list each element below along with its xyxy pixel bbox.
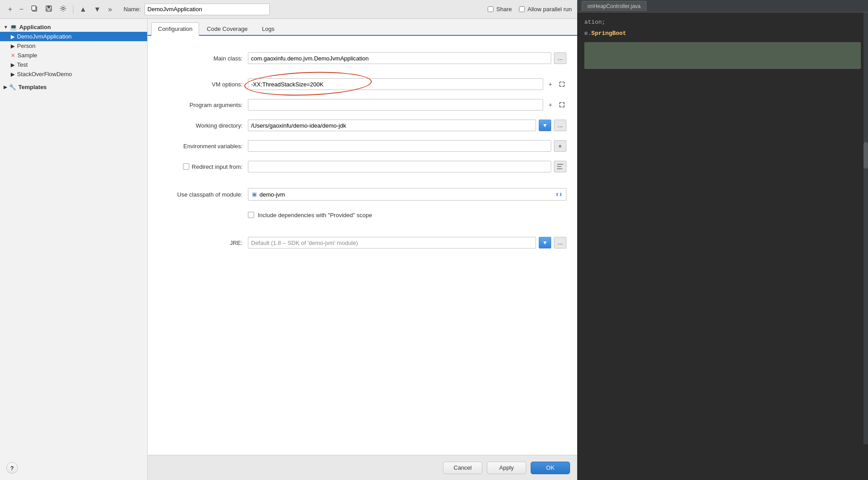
program-args-field: + bbox=[248, 99, 566, 111]
apply-button[interactable]: Apply bbox=[487, 462, 526, 474]
save-button[interactable] bbox=[43, 3, 55, 16]
classpath-row: Use classpath of module: ▣ demo-jvm ⬆⬇ bbox=[158, 188, 566, 201]
help-button[interactable]: ? bbox=[6, 462, 18, 474]
footer: Cancel Apply OK bbox=[148, 455, 577, 480]
program-args-input[interactable] bbox=[248, 99, 543, 111]
sidebar-item-test[interactable]: ▶ Test bbox=[0, 60, 147, 69]
sidebar-item-demojvmapplication[interactable]: ▶ DemoJvmApplication bbox=[0, 32, 147, 41]
code-editor-panel: onHeapController.java ation; e.SpringBoo… bbox=[577, 0, 868, 480]
include-deps-label: Include dependencies with "Provided" sco… bbox=[258, 212, 372, 219]
working-dir-input[interactable] bbox=[248, 120, 536, 131]
jre-browse-button[interactable]: … bbox=[554, 237, 566, 249]
sidebar-item-person[interactable]: ▶ Person bbox=[0, 41, 147, 51]
env-vars-label: Environment variables: bbox=[158, 143, 248, 150]
remove-button[interactable]: − bbox=[17, 4, 26, 15]
toolbar-separator-1 bbox=[73, 5, 73, 14]
program-args-label: Program arguments: bbox=[158, 102, 248, 108]
code-editor-tab[interactable]: onHeapController.java bbox=[582, 1, 647, 11]
svg-rect-7 bbox=[557, 166, 562, 167]
chevron-right-icon: ▶ bbox=[4, 85, 7, 90]
jre-input[interactable] bbox=[248, 237, 536, 249]
main-panel: Configuration Code Coverage Logs Main cl… bbox=[148, 19, 577, 480]
jre-field: ▼ … bbox=[248, 237, 566, 249]
working-dir-browse-button[interactable]: … bbox=[554, 120, 566, 131]
sidebar-section-templates[interactable]: ▶ 🔧 Templates bbox=[0, 82, 147, 92]
code-editor-header: onHeapController.java bbox=[577, 0, 868, 13]
sidebar: ▼ 💻 Application ▶ DemoJvmApplication ▶ P… bbox=[0, 19, 148, 480]
classpath-module-dropdown[interactable]: ▣ demo-jvm ⬆⬇ bbox=[248, 188, 566, 201]
include-deps-row: Include dependencies with "Provided" sco… bbox=[158, 209, 566, 221]
vm-options-label: VM options: bbox=[158, 81, 248, 88]
add-button[interactable]: + bbox=[5, 4, 15, 15]
code-line-1: ation; bbox=[584, 18, 861, 27]
working-dir-dropdown-button[interactable]: ▼ bbox=[539, 120, 551, 131]
tab-configuration[interactable]: Configuration bbox=[151, 22, 199, 36]
code-editor-content: ation; e.SpringBoot bbox=[577, 13, 868, 74]
allow-parallel-label[interactable]: Allow parallel run bbox=[519, 6, 572, 13]
ok-button[interactable]: OK bbox=[531, 462, 570, 474]
vm-options-input[interactable] bbox=[248, 78, 543, 90]
run-config-icon-stackoverflow: ▶ bbox=[11, 71, 15, 77]
share-checkbox[interactable] bbox=[488, 6, 494, 12]
settings-button[interactable] bbox=[57, 3, 69, 16]
jre-label: JRE: bbox=[158, 240, 248, 246]
jre-row: JRE: ▼ … bbox=[158, 236, 566, 249]
env-vars-input[interactable] bbox=[248, 140, 551, 152]
name-input[interactable] bbox=[145, 4, 270, 15]
tab-logs[interactable]: Logs bbox=[255, 22, 281, 36]
wrench-icon: 🔧 bbox=[9, 84, 16, 90]
sidebar-item-stackoverflow[interactable]: ▶ StackOverFlowDemo bbox=[0, 69, 147, 79]
module-dropdown-arrows: ⬆⬇ bbox=[555, 192, 562, 197]
include-deps-field: Include dependencies with "Provided" sco… bbox=[248, 212, 372, 219]
redirect-browse-button[interactable] bbox=[554, 161, 566, 172]
svg-rect-8 bbox=[557, 168, 562, 169]
env-vars-browse-button[interactable]: ≡ bbox=[554, 140, 566, 152]
vm-options-expand-button[interactable] bbox=[557, 78, 566, 90]
copy-button[interactable] bbox=[28, 3, 41, 16]
scrollbar-thumb bbox=[864, 142, 868, 169]
vm-options-add-button[interactable]: + bbox=[546, 78, 555, 90]
main-class-browse-button[interactable]: … bbox=[554, 52, 566, 64]
working-dir-row: Working directory: ▼ … bbox=[158, 119, 566, 132]
tab-code-coverage[interactable]: Code Coverage bbox=[200, 22, 254, 36]
redirect-input-checkbox[interactable] bbox=[183, 163, 189, 170]
run-config-icon-test: ▶ bbox=[11, 62, 15, 68]
main-class-row: Main class: … bbox=[158, 52, 566, 64]
svg-point-5 bbox=[62, 7, 64, 9]
main-class-field: … bbox=[248, 52, 566, 64]
application-icon: 💻 bbox=[10, 24, 17, 30]
share-checkbox-label[interactable]: Share bbox=[488, 6, 512, 13]
module-icon: ▣ bbox=[252, 191, 257, 197]
toolbar: + − ▲ ▼ » Name: Share Allow parallel run bbox=[0, 0, 577, 19]
more-button[interactable]: » bbox=[105, 4, 115, 15]
allow-parallel-checkbox[interactable] bbox=[519, 6, 525, 12]
up-button[interactable]: ▲ bbox=[77, 4, 89, 15]
dialog-body: ▼ 💻 Application ▶ DemoJvmApplication ▶ P… bbox=[0, 19, 577, 480]
program-args-add-button[interactable]: + bbox=[546, 99, 555, 111]
env-vars-row: Environment variables: ≡ bbox=[158, 140, 566, 152]
svg-rect-1 bbox=[32, 6, 36, 10]
include-deps-checkbox[interactable] bbox=[248, 212, 254, 218]
name-label: Name: bbox=[123, 6, 140, 13]
chevron-down-icon: ▼ bbox=[4, 25, 8, 30]
redirect-input-input[interactable] bbox=[248, 161, 551, 172]
tab-bar: Configuration Code Coverage Logs bbox=[148, 19, 577, 36]
classpath-label: Use classpath of module: bbox=[158, 191, 248, 198]
classpath-field: ▣ demo-jvm ⬆⬇ bbox=[248, 188, 566, 201]
sidebar-section-application[interactable]: ▼ 💻 Application bbox=[0, 22, 147, 32]
vm-options-row: VM options: + bbox=[158, 78, 566, 90]
main-class-label: Main class: bbox=[158, 55, 248, 62]
code-line-2: e.SpringBoot bbox=[584, 29, 861, 39]
down-button[interactable]: ▼ bbox=[91, 4, 104, 15]
sidebar-item-sample[interactable]: ✕ Sample bbox=[0, 51, 147, 60]
program-args-row: Program arguments: + bbox=[158, 99, 566, 111]
scrollbar-right[interactable] bbox=[864, 13, 868, 444]
redirect-input-row: Redirect input from: bbox=[158, 160, 566, 173]
svg-rect-3 bbox=[47, 6, 50, 8]
main-class-input[interactable] bbox=[248, 52, 551, 64]
run-config-icon-person: ▶ bbox=[11, 43, 15, 49]
program-args-expand-button[interactable] bbox=[557, 99, 566, 111]
share-section: Share Allow parallel run bbox=[488, 6, 572, 13]
jre-dropdown-button[interactable]: ▼ bbox=[539, 237, 551, 249]
cancel-button[interactable]: Cancel bbox=[443, 462, 482, 474]
